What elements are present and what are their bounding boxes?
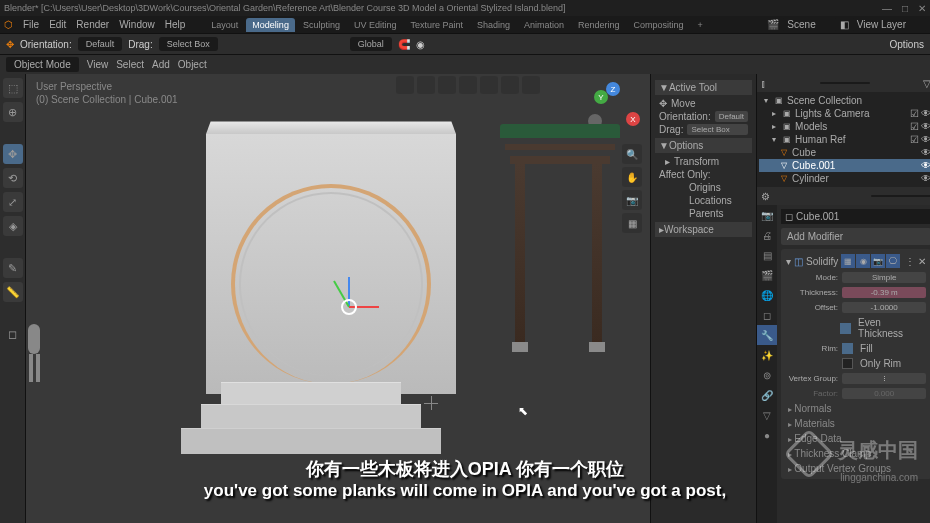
properties-icon[interactable]: ⚙ <box>761 191 770 202</box>
tab-mesh[interactable]: ▽ <box>757 405 777 425</box>
tab-sculpting[interactable]: Sculpting <box>297 18 346 32</box>
onlyrim-check[interactable] <box>842 358 853 369</box>
fill-check[interactable] <box>842 343 853 354</box>
tab-object[interactable]: ◻ <box>757 305 777 325</box>
drag-dropdown[interactable]: Select Box <box>159 37 218 51</box>
scale-tool[interactable]: ⤢ <box>3 192 23 212</box>
outliner-search[interactable] <box>820 82 870 84</box>
outliner-item[interactable]: ▸▣Lights & Camera☑ 👁 <box>759 107 930 120</box>
viewlayer-field[interactable]: View Layer <box>853 18 926 31</box>
add-modifier-button[interactable]: Add Modifier <box>781 228 930 245</box>
tab-uv[interactable]: UV Editing <box>348 18 403 32</box>
annotate-tool[interactable]: ✎ <box>3 258 23 278</box>
offset-field[interactable]: -1.0000 <box>842 302 926 313</box>
transform-orientation[interactable]: Global <box>350 37 392 51</box>
mod-display-edit[interactable]: ▦ <box>841 254 855 268</box>
mod-close[interactable]: ✕ <box>918 256 926 267</box>
section-materials[interactable]: ▸ Materials <box>784 416 928 431</box>
outliner-item[interactable]: ▸▣Models☑ 👁 <box>759 120 930 133</box>
menu-add[interactable]: Add <box>152 59 170 70</box>
mode-field[interactable]: Simple <box>842 272 926 283</box>
minimize-icon[interactable]: — <box>882 3 892 14</box>
mode-dropdown[interactable]: Object Mode <box>6 57 79 72</box>
menu-render[interactable]: Render <box>76 19 109 30</box>
section-normals[interactable]: ▸ Normals <box>784 401 928 416</box>
mod-display-vp[interactable]: 🖵 <box>886 254 900 268</box>
camera-icon[interactable]: 📷 <box>622 190 642 210</box>
measure-tool[interactable]: 📏 <box>3 282 23 302</box>
properties-search[interactable] <box>871 195 930 197</box>
object-name-field[interactable]: ◻Cube.001 <box>781 209 930 224</box>
tab-shading[interactable]: Shading <box>471 18 516 32</box>
tab-compositing[interactable]: Compositing <box>628 18 690 32</box>
panel-active-tool[interactable]: ▼ Active Tool <box>655 80 752 95</box>
tab-output[interactable]: 🖨 <box>757 225 777 245</box>
tab-scene[interactable]: 🎬 <box>757 265 777 285</box>
tab-render[interactable]: 📷 <box>757 205 777 225</box>
filter-icon[interactable]: ▽ <box>923 78 930 89</box>
xray-toggle[interactable] <box>438 76 456 94</box>
outliner-item[interactable]: ▽Cylinder👁 <box>759 172 930 185</box>
orientation-field[interactable]: Default <box>715 111 748 122</box>
outliner-item[interactable]: ▾▣Human Ref☑ 👁 <box>759 133 930 146</box>
tab-texpaint[interactable]: Texture Paint <box>404 18 469 32</box>
tab-modifiers[interactable]: 🔧 <box>757 325 777 345</box>
section-edgedata[interactable]: ▸ Edge Data <box>784 431 928 446</box>
axis-x[interactable]: X <box>626 112 640 126</box>
tab-layout[interactable]: Layout <box>205 18 244 32</box>
shading-wire[interactable] <box>459 76 477 94</box>
tab-add[interactable]: + <box>692 18 709 32</box>
menu-edit[interactable]: Edit <box>49 19 66 30</box>
menu-window[interactable]: Window <box>119 19 155 30</box>
mod-display-real[interactable]: ◉ <box>856 254 870 268</box>
viewport-3d[interactable]: User Perspective (0) Scene Collection | … <box>26 74 650 523</box>
menu-file[interactable]: File <box>23 19 39 30</box>
perspective-icon[interactable]: ▦ <box>622 213 642 233</box>
overlay-toggle[interactable] <box>417 76 435 94</box>
tab-modeling[interactable]: Modeling <box>246 18 295 32</box>
rotate-tool[interactable]: ⟲ <box>3 168 23 188</box>
even-thickness-check[interactable] <box>840 323 851 334</box>
tab-physics[interactable]: ⊚ <box>757 365 777 385</box>
tab-world[interactable]: 🌐 <box>757 285 777 305</box>
tab-constraints[interactable]: 🔗 <box>757 385 777 405</box>
section-clamp[interactable]: ▸ Thickness Clamp <box>784 446 928 461</box>
cursor-tool[interactable]: ⊕ <box>3 102 23 122</box>
maximize-icon[interactable]: □ <box>902 3 908 14</box>
orientation-dropdown[interactable]: Default <box>78 37 123 51</box>
section-output-vg[interactable]: ▸ Output Vertex Groups <box>784 461 928 476</box>
outliner-filter-icon[interactable]: ⫿ <box>761 78 766 89</box>
gizmo-toggle[interactable] <box>396 76 414 94</box>
outliner-item[interactable]: ▽Cube👁 <box>759 146 930 159</box>
mod-dropdown[interactable]: ⋮ <box>905 256 915 267</box>
outliner-scene-collection[interactable]: ▾▣Scene Collection <box>759 94 930 107</box>
add-cube-tool[interactable]: ◻ <box>3 324 23 344</box>
options-dropdown[interactable]: Options <box>890 39 924 50</box>
tab-animation[interactable]: Animation <box>518 18 570 32</box>
tab-rendering[interactable]: Rendering <box>572 18 626 32</box>
menu-help[interactable]: Help <box>165 19 186 30</box>
menu-select[interactable]: Select <box>116 59 144 70</box>
proportional-icon[interactable]: ◉ <box>416 39 425 50</box>
pan-icon[interactable]: ✋ <box>622 167 642 187</box>
mod-display-render[interactable]: 📷 <box>871 254 885 268</box>
zoom-icon[interactable]: 🔍 <box>622 144 642 164</box>
tab-viewlayer[interactable]: ▤ <box>757 245 777 265</box>
close-icon[interactable]: ✕ <box>918 3 926 14</box>
axis-z[interactable]: Z <box>606 82 620 96</box>
outliner-item-selected[interactable]: ▽Cube.001👁 <box>759 159 930 172</box>
scene-field[interactable]: Scene <box>783 18 835 31</box>
panel-options[interactable]: ▼ Options <box>655 138 752 153</box>
shading-matprev[interactable] <box>501 76 519 94</box>
select-tool[interactable]: ⬚ <box>3 78 23 98</box>
snap-icon[interactable]: 🧲 <box>398 39 410 50</box>
shading-rendered[interactable] <box>522 76 540 94</box>
panel-workspace[interactable]: ▸ Workspace <box>655 222 752 237</box>
outliner[interactable]: ▾▣Scene Collection ▸▣Lights & Camera☑ 👁 … <box>757 92 930 187</box>
vg-field[interactable]: ⫶ <box>842 373 926 384</box>
menu-object[interactable]: Object <box>178 59 207 70</box>
thickness-field[interactable]: -0.39 m <box>842 287 926 298</box>
tab-particles[interactable]: ✨ <box>757 345 777 365</box>
shading-solid[interactable] <box>480 76 498 94</box>
drag-field[interactable]: Select Box <box>687 124 748 135</box>
